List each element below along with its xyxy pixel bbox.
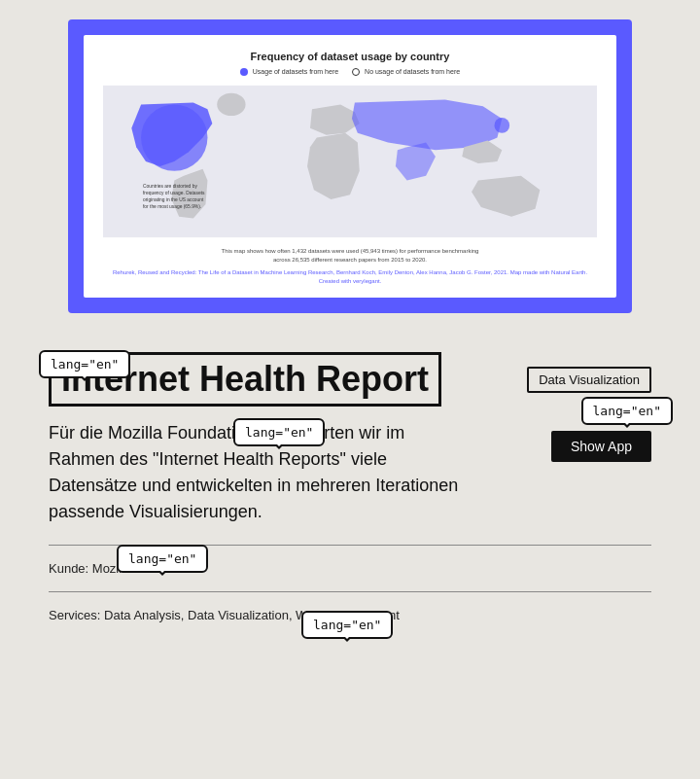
legend-dot-outline — [352, 68, 360, 76]
svg-point-3 — [494, 118, 509, 133]
tag-data-visualization: Data Visualization — [527, 367, 651, 393]
map-title: Frequency of dataset usage by country — [103, 51, 597, 62]
svg-text:for the most usage (65.9%).: for the most usage (65.9%). — [143, 204, 201, 209]
map-citation: Rehurek, Reused and Recycled: The Life o… — [103, 268, 597, 286]
divider-2 — [49, 591, 651, 592]
lang-tooltip-5: lang="en" — [301, 611, 393, 639]
show-app-button[interactable]: Show App — [551, 431, 651, 462]
lang-tooltip-1: lang="en" — [39, 350, 130, 378]
legend-item-filled: Usage of datasets from here — [240, 68, 338, 76]
map-legend: Usage of datasets from here No usage of … — [103, 68, 597, 76]
legend-item-outline: No usage of datasets from here — [352, 68, 460, 76]
lang-tooltip-3: lang="en" — [581, 397, 673, 425]
map-inner: Frequency of dataset usage by country Us… — [84, 35, 616, 298]
lang-tooltip-4: lang="en" — [117, 545, 208, 573]
page-container: Frequency of dataset usage by country Us… — [0, 0, 700, 779]
world-map: Countries are distorted by frequency of … — [103, 84, 597, 239]
svg-point-1 — [141, 105, 207, 171]
svg-text:Countries are distorted by: Countries are distorted by — [143, 185, 197, 190]
map-footnote: This map shows how often 1,432 datasets … — [103, 247, 597, 286]
svg-text:frequency of usage. Datasets: frequency of usage. Datasets — [143, 191, 205, 195]
svg-point-2 — [217, 93, 245, 116]
legend-dot-filled — [240, 68, 248, 76]
map-card: Frequency of dataset usage by country Us… — [68, 19, 632, 313]
world-map-svg: Countries are distorted by frequency of … — [103, 84, 597, 239]
svg-text:originating in the US account: originating in the US account — [143, 197, 204, 202]
lang-tooltip-2: lang="en" — [233, 418, 325, 446]
